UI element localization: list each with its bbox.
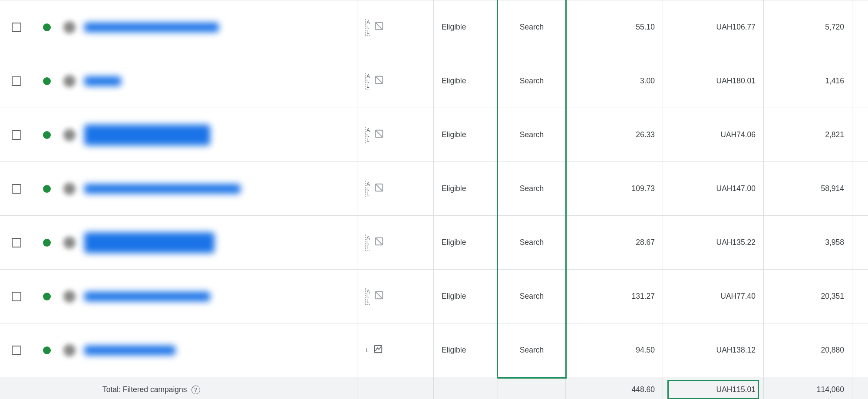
help-icon[interactable]: ?: [191, 386, 200, 394]
svg-line-9: [376, 238, 383, 245]
image-off-icon: [374, 237, 384, 248]
metric-cell-3: 3,958: [763, 216, 852, 269]
row-checkbox[interactable]: [12, 184, 21, 194]
recommendations-cell[interactable]: Ai.L: [357, 270, 433, 323]
campaign-name-link[interactable]: [84, 346, 175, 355]
row-checkbox[interactable]: [12, 292, 21, 301]
metric-cell-1: 55.10: [565, 0, 663, 54]
tail-cell: [852, 162, 868, 215]
line-chart-icon: [373, 344, 383, 356]
campaign-name-link[interactable]: [84, 292, 210, 301]
status-dot-enabled-icon: [43, 293, 51, 300]
status-dot-enabled-icon: [43, 239, 51, 247]
tail-cell: [852, 54, 868, 108]
image-off-icon: [374, 290, 384, 302]
campaign-name-link[interactable]: [84, 232, 215, 253]
status-dot-enabled-icon: [43, 185, 51, 193]
svg-line-5: [376, 130, 383, 138]
metric-cell-2: UAH138.12: [663, 323, 763, 377]
ad-extension-indicator: Ai.L: [365, 19, 370, 36]
table-row: Ai.LEligibleSearch26.33UAH74.062,821: [0, 108, 868, 162]
table-row: Ai.LEligibleSearch55.10UAH106.775,720: [0, 0, 868, 54]
campaign-type-cell: Search: [498, 162, 565, 215]
campaign-type-cell: Search: [498, 54, 565, 108]
row-checkbox[interactable]: [12, 76, 21, 86]
tail-cell: [852, 270, 868, 323]
recommendations-cell[interactable]: Ai.L: [357, 54, 433, 108]
status-dot-enabled-icon: [43, 23, 51, 31]
status-cell: Eligible: [433, 108, 498, 162]
recommendations-cell[interactable]: L: [357, 323, 433, 377]
campaign-type-icon: [63, 344, 76, 356]
status-dot-enabled-icon: [43, 346, 51, 354]
campaign-type-cell: Search: [498, 0, 565, 54]
campaign-type-icon: [63, 21, 76, 33]
tail-cell: [852, 108, 868, 162]
image-off-icon: [374, 21, 384, 33]
total-label: Total: Filtered campaigns: [102, 385, 187, 394]
campaign-type-icon: [63, 237, 76, 249]
recommendations-cell[interactable]: Ai.L: [357, 216, 433, 269]
row-checkbox[interactable]: [12, 238, 21, 247]
campaign-type-icon: [63, 75, 76, 87]
svg-line-3: [376, 76, 383, 84]
campaign-name-link[interactable]: [84, 23, 219, 32]
row-checkbox[interactable]: [12, 346, 21, 355]
campaign-name-cell[interactable]: [61, 270, 357, 323]
status-cell: Eligible: [433, 162, 498, 215]
metric-cell-3: 2,821: [763, 108, 852, 162]
image-off-icon: [374, 183, 384, 195]
metric-cell-1: 109.73: [565, 162, 663, 215]
campaign-name-cell[interactable]: [61, 54, 357, 108]
ad-extension-indicator: L: [365, 347, 369, 353]
campaign-name-cell[interactable]: [61, 108, 357, 162]
campaign-type-cell: Search: [498, 323, 565, 377]
recommendations-cell[interactable]: Ai.L: [357, 0, 433, 54]
metric-cell-2: UAH106.77: [663, 0, 763, 54]
metric-cell-1: 131.27: [565, 270, 663, 323]
metric-cell-1: 3.00: [565, 54, 663, 108]
ad-extension-indicator: Ai.L: [365, 127, 370, 143]
metric-cell-2: UAH77.40: [663, 270, 763, 323]
campaign-name-cell[interactable]: [61, 0, 357, 54]
campaign-name-cell[interactable]: [61, 323, 357, 377]
campaign-name-link[interactable]: [84, 76, 121, 86]
metric-cell-2: UAH74.06: [663, 108, 763, 162]
table-row: LEligibleSearch94.50UAH138.1220,880: [0, 323, 868, 377]
metric-cell-3: 1,416: [763, 54, 852, 108]
recommendations-cell[interactable]: Ai.L: [357, 162, 433, 215]
metric-cell-1: 94.50: [565, 323, 663, 377]
total-metric-1: 448.60: [565, 377, 663, 399]
metric-cell-1: 26.33: [565, 108, 663, 162]
campaign-type-cell: Search: [498, 108, 565, 162]
campaign-type-cell: Search: [498, 216, 565, 269]
svg-line-1: [376, 23, 383, 30]
table-row: Ai.LEligibleSearch131.27UAH77.4020,351: [0, 270, 868, 323]
recommendations-cell[interactable]: Ai.L: [357, 108, 433, 162]
metric-cell-2: UAH147.00: [663, 162, 763, 215]
ad-extension-indicator: Ai.L: [365, 234, 370, 251]
campaign-type-cell: Search: [498, 270, 565, 323]
status-dot-enabled-icon: [43, 77, 51, 85]
status-cell: Eligible: [433, 323, 498, 377]
metric-cell-3: 20,880: [763, 323, 852, 377]
status-cell: Eligible: [433, 54, 498, 108]
metric-cell-3: 58,914: [763, 162, 852, 215]
metric-cell-3: 20,351: [763, 270, 852, 323]
row-checkbox[interactable]: [12, 130, 21, 140]
tail-cell: [852, 216, 868, 269]
campaign-name-cell[interactable]: [61, 216, 357, 269]
campaign-type-icon: [63, 129, 76, 141]
ad-extension-indicator: Ai.L: [365, 181, 370, 197]
campaign-name-link[interactable]: [84, 184, 241, 194]
total-metric-2: UAH115.01: [663, 377, 763, 399]
campaign-name-link[interactable]: [84, 125, 210, 145]
status-cell: Eligible: [433, 270, 498, 323]
campaign-name-cell[interactable]: [61, 162, 357, 215]
metric-cell-1: 28.67: [565, 216, 663, 269]
ad-extension-indicator: Ai.L: [365, 73, 370, 89]
row-checkbox[interactable]: [12, 23, 21, 32]
ad-extension-indicator: Ai.L: [365, 288, 370, 305]
status-cell: Eligible: [433, 0, 498, 54]
metric-cell-3: 5,720: [763, 0, 852, 54]
